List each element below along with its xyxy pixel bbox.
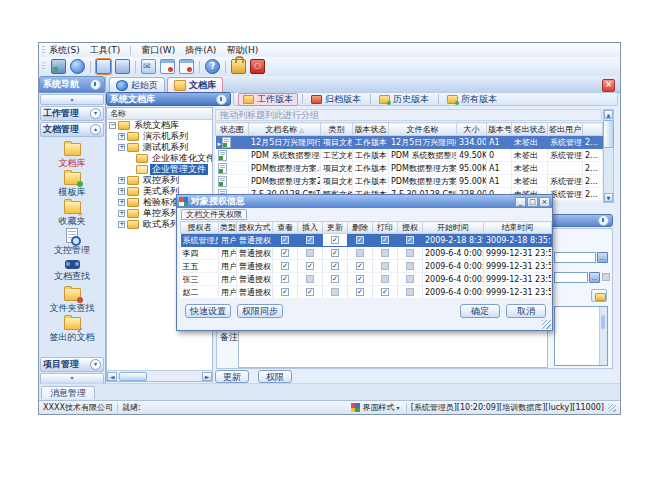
nav-scroll-up-button[interactable]: ▴ xyxy=(40,94,104,105)
checkbox-checked[interactable] xyxy=(356,262,364,270)
checkbox-checked[interactable] xyxy=(331,275,339,283)
grid-column-header-6[interactable]: 删除 xyxy=(348,222,373,234)
nav-item-2[interactable]: 收藏夹 xyxy=(39,199,105,228)
column-header-2[interactable]: 类别 xyxy=(321,123,353,136)
grid-column-header-1[interactable]: 类型 xyxy=(219,222,237,234)
detail-field-2[interactable] xyxy=(554,272,588,283)
column-header-7[interactable]: 签出状态 xyxy=(512,123,548,136)
version-button-2[interactable]: 历史版本 xyxy=(374,93,434,106)
dialog-title-bar[interactable]: 对象授权信息 _ □ × xyxy=(177,195,552,208)
dropdown-caret-icon[interactable]: ▾ xyxy=(397,404,400,411)
ellipsis-button[interactable]: … xyxy=(597,252,608,263)
checkbox-checked[interactable] xyxy=(381,236,389,244)
menu-item-2[interactable]: 窗口(W) xyxy=(141,44,175,57)
grid-column-header-10[interactable]: 结束时间 xyxy=(484,222,552,234)
textarea-scrollbar[interactable] xyxy=(599,307,607,365)
remark-field[interactable] xyxy=(238,328,548,368)
ok-button[interactable]: 确定 xyxy=(460,304,500,318)
tree-item-2[interactable]: +测试机系列 xyxy=(107,142,212,153)
nav-item-1[interactable]: 模板库 xyxy=(39,170,105,199)
tree-item-1[interactable]: +演示机系列 xyxy=(107,131,212,142)
tree-item-5[interactable]: +双控系列 xyxy=(107,175,212,186)
lock-icon[interactable] xyxy=(231,59,246,74)
quick-setup-button[interactable]: 快速设置 xyxy=(185,304,231,318)
chevron-down-icon[interactable]: ▾ xyxy=(90,108,101,119)
ellipsis-button[interactable]: … xyxy=(589,272,600,283)
window-refresh-icon[interactable] xyxy=(179,59,194,74)
checkbox-unchecked[interactable] xyxy=(406,288,414,296)
open-folder-icon[interactable] xyxy=(96,59,111,74)
menu-item-0[interactable]: 系统(S) xyxy=(49,44,80,57)
detail-checkbox[interactable] xyxy=(602,273,610,281)
checkbox-unchecked[interactable] xyxy=(356,249,364,257)
menu-item-1[interactable]: 工具(T) xyxy=(90,44,121,57)
nav-group-2[interactable]: 项目管理▾ xyxy=(40,357,104,372)
close-tab-button[interactable]: × xyxy=(602,79,615,92)
checkbox-checked[interactable] xyxy=(406,236,414,244)
help-icon[interactable] xyxy=(205,59,220,74)
checkbox-checked[interactable] xyxy=(356,288,364,296)
checkbox-unchecked[interactable] xyxy=(406,275,414,283)
table-row[interactable]: PDM数据整理方案2.doc项目文档工作版本PDM数据整理方案2.doc95.0… xyxy=(216,175,603,188)
nav-item-3[interactable]: 文控管理 xyxy=(39,228,105,257)
permission-row[interactable]: 赵二用户普通授权2009-6-4 0:00:009999-12-31 23:59… xyxy=(181,286,552,299)
table-vertical-scrollbar[interactable]: ▲ ▼ xyxy=(603,109,614,203)
tab-message-management[interactable]: 消息管理 xyxy=(41,386,95,399)
browse-folder-button[interactable] xyxy=(591,289,607,302)
monitor-icon[interactable] xyxy=(51,59,66,74)
checkbox-unchecked[interactable] xyxy=(406,262,414,270)
window-close-icon[interactable] xyxy=(160,59,175,74)
collapse-icon[interactable]: − xyxy=(109,122,116,129)
expand-icon[interactable]: + xyxy=(118,210,125,217)
column-header-4[interactable]: 文件名称 xyxy=(389,123,457,136)
drive-icon[interactable] xyxy=(115,59,130,74)
checkbox-checked[interactable] xyxy=(306,236,314,244)
grid-column-header-0[interactable]: 授权者 xyxy=(181,222,219,234)
close-button[interactable]: × xyxy=(539,197,550,207)
scroll-left-button[interactable]: ◄ xyxy=(107,372,117,381)
table-row[interactable]: PDM 系统数据整理检…工艺文档工作版本PDM 系统数据整理…49.50KB0未… xyxy=(216,149,603,162)
menu-item-4[interactable]: 帮助(H) xyxy=(226,44,258,57)
checkbox-checked[interactable] xyxy=(381,288,389,296)
tree-horizontal-scrollbar[interactable]: ◄ ► xyxy=(107,370,212,381)
grid-column-header-9[interactable]: 开始时间 xyxy=(423,222,484,234)
detail-field-1[interactable] xyxy=(554,252,596,263)
table-row[interactable]: PDM数据整理方案.doc项目文档工作版本PDM数据整理方案.doc95.00K… xyxy=(216,162,603,175)
permission-row[interactable]: 李四用户普通授权2009-6-4 0:00:009999-12-31 23:59… xyxy=(181,247,552,260)
nav-group-0[interactable]: 工作管理▾ xyxy=(40,106,104,121)
version-button-1[interactable]: 归档版本 xyxy=(306,93,366,106)
pin-icon[interactable] xyxy=(90,79,101,90)
pin-icon[interactable] xyxy=(598,215,609,226)
permission-row[interactable]: 张三用户普通授权2009-6-4 0:00:009999-12-31 23:59… xyxy=(181,273,552,286)
tab-folder-permissions[interactable]: 文档文件夹权限 xyxy=(181,209,247,220)
nav-item-6[interactable]: 签出的文档 xyxy=(39,315,105,344)
tree-item-3[interactable]: 企业标准化文件 xyxy=(107,153,212,164)
checkbox-unchecked[interactable] xyxy=(406,249,414,257)
checkbox-checked[interactable] xyxy=(281,275,289,283)
checkbox-checked[interactable] xyxy=(356,236,364,244)
expand-icon[interactable]: + xyxy=(118,188,125,195)
scroll-down-button[interactable]: ▼ xyxy=(604,193,613,202)
nav-group-1[interactable]: 文档管理▴ xyxy=(40,122,104,137)
scroll-right-button[interactable]: ► xyxy=(202,372,212,381)
nav-item-4[interactable]: 文档查找 xyxy=(39,257,105,286)
expand-icon[interactable]: + xyxy=(118,177,125,184)
permission-button[interactable]: 权限 xyxy=(258,370,292,383)
permission-row[interactable]: 王五用户普通授权2009-6-4 0:00:009999-12-31 23:59… xyxy=(181,260,552,273)
column-header-5[interactable]: 大小 xyxy=(457,123,487,136)
permission-sync-button[interactable]: 权限同步 xyxy=(237,304,283,318)
grid-column-header-2[interactable]: 授权方式 xyxy=(237,222,273,234)
column-header-1[interactable]: 文档名称 △ xyxy=(249,123,321,136)
stop-icon[interactable] xyxy=(250,59,265,74)
grid-column-header-8[interactable]: 授权 xyxy=(398,222,423,234)
checkbox-checked[interactable] xyxy=(356,275,364,283)
interface-style-label[interactable]: 界面样式 xyxy=(363,402,395,413)
tree-item-4[interactable]: 企业管理文件 xyxy=(107,164,212,175)
checkbox-unchecked[interactable] xyxy=(381,249,389,257)
checkbox-unchecked[interactable] xyxy=(306,249,314,257)
checkbox-unchecked[interactable] xyxy=(331,288,339,296)
tab-doc-library[interactable]: 文档库 xyxy=(167,77,223,92)
scrollbar-thumb[interactable] xyxy=(119,372,147,381)
checkbox-checked[interactable] xyxy=(306,262,314,270)
checkbox-unchecked[interactable] xyxy=(306,275,314,283)
